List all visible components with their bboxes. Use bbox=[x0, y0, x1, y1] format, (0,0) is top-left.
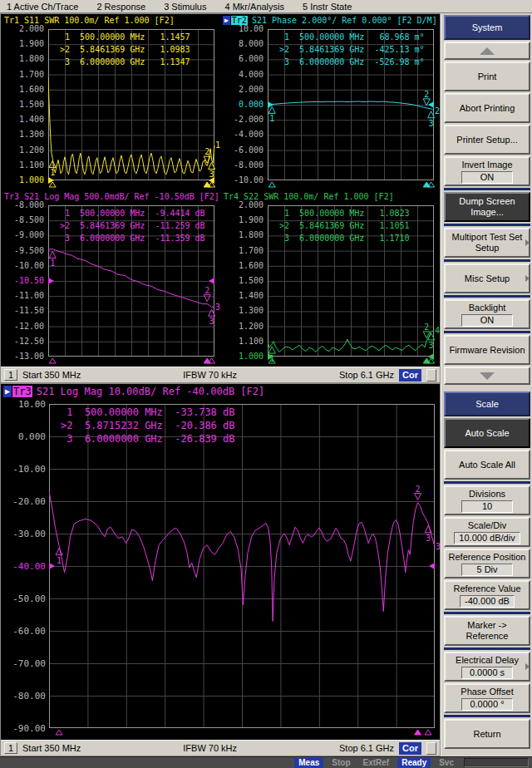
softkey-separator bbox=[444, 224, 530, 226]
up-arrow-icon bbox=[480, 47, 495, 55]
svg-text:3: 3 bbox=[429, 341, 434, 350]
softkey-dump-screen-image[interactable]: Dump Screen Image... bbox=[444, 192, 530, 222]
softkey-auto-scale-all[interactable]: Auto Scale All bbox=[444, 450, 530, 480]
menu-item-1-active-ch-trace[interactable]: 1 Active Ch/Trace bbox=[7, 2, 78, 12]
channel1-status-bar: 1 Start 350 MHz IFBW 70 kHz Stop 6.1 GHz… bbox=[1, 367, 440, 382]
softkey-label: Reference Value bbox=[453, 583, 520, 594]
y-axis-label: -13.00 bbox=[2, 352, 44, 361]
scroll-down-button[interactable] bbox=[444, 367, 530, 385]
submenu-arrow-icon bbox=[525, 239, 530, 246]
svg-text:1: 1 bbox=[269, 114, 274, 123]
svg-text:1: 1 bbox=[57, 556, 62, 565]
instrument-state-extref: ExtRef bbox=[359, 758, 394, 768]
softkey-value: 0.0000 ° bbox=[461, 698, 513, 711]
softkey-print[interactable]: Print bbox=[444, 62, 530, 91]
menu-item-3-stimulus[interactable]: 3 Stimulus bbox=[164, 2, 206, 12]
instrument-state-ready: Ready bbox=[397, 758, 431, 768]
softkey-invert-image[interactable]: Invert ImageON bbox=[444, 156, 530, 186]
softkey-value: ON bbox=[461, 314, 513, 327]
graticule: 3123 bbox=[49, 404, 441, 736]
y-axis-label: 1.700 bbox=[2, 70, 44, 79]
y-axis-label: 1.700 bbox=[222, 246, 264, 255]
menu-bar: 1 Active Ch/Trace2 Response3 Stimulus4 M… bbox=[0, 0, 532, 13]
softkey-value: 10.000 dB/div bbox=[454, 532, 520, 544]
softkey-separator bbox=[444, 295, 530, 298]
y-axis-label: 10.00 bbox=[2, 399, 46, 410]
channel-number-box: 1 bbox=[4, 742, 17, 754]
softkey-label: Electrical Delay bbox=[456, 655, 519, 666]
softkey-backlight[interactable]: BacklightON bbox=[444, 299, 530, 329]
softkey-phase-offset[interactable]: Phase Offset0.0000 ° bbox=[444, 683, 530, 713]
svg-text:2: 2 bbox=[416, 485, 421, 494]
svg-text:2: 2 bbox=[424, 90, 429, 99]
softkey-section-system[interactable]: System bbox=[444, 15, 530, 40]
start-frequency: Start 350 MHz bbox=[22, 370, 81, 380]
y-axis-label: -8.000 bbox=[2, 200, 44, 209]
softkey-abort-printing[interactable]: Abort Printing bbox=[444, 93, 530, 123]
y-axis-label: 1.200 bbox=[222, 322, 264, 331]
softkey-auto-scale[interactable]: Auto Scale bbox=[444, 418, 530, 448]
ifbw-label: IFBW 70 kHz bbox=[183, 743, 237, 753]
y-axis-label: 10.00 bbox=[222, 24, 264, 33]
y-axis-label: -10.00 bbox=[2, 464, 46, 475]
softkey-label: Abort Printing bbox=[460, 103, 515, 114]
svg-text:2: 2 bbox=[424, 322, 429, 332]
softkey-label: Auto Scale bbox=[465, 428, 509, 439]
panel-tr2: ▶Tr2S21 Phase 2.000°/ Ref 0.000° [F2 D/M… bbox=[220, 14, 440, 190]
menu-item-2-response[interactable]: 2 Response bbox=[96, 2, 145, 12]
y-axis-label: 1.600 bbox=[222, 261, 264, 270]
softkey-reference-position[interactable]: Reference Position5 Div bbox=[444, 549, 530, 578]
softkey-electrical-delay[interactable]: Electrical Delay0.0000 s bbox=[444, 652, 530, 682]
y-axis-label: -20.00 bbox=[2, 496, 46, 507]
y-axis-label: 1.500 bbox=[222, 276, 264, 285]
y-axis-label: 2.000 bbox=[2, 24, 44, 33]
softkey-divisions[interactable]: Divisions10 bbox=[444, 485, 530, 515]
start-frequency: Start 350 MHz bbox=[22, 743, 81, 753]
svg-text:2: 2 bbox=[435, 106, 440, 116]
y-axis-label: 1.300 bbox=[2, 130, 44, 139]
trace-header-ch2: ▶Tr3S21 Log Mag 10.00dB/ Ref -40.00dB [F… bbox=[1, 384, 440, 399]
panel-tr3: ▶Tr3S21 Log Mag 500.0mdB/ Ref -10.50dB [… bbox=[1, 190, 220, 367]
y-axis-label: -4.000 bbox=[222, 130, 264, 139]
svg-text:3: 3 bbox=[209, 170, 214, 179]
y-axis-label: -90.00 bbox=[2, 723, 46, 734]
marker-readout: 1 500.00000 MHz 1.1457 >2 5.8461369 GHz … bbox=[60, 31, 190, 68]
y-axis-label: -9.500 bbox=[2, 246, 44, 255]
softkey-label: Return bbox=[473, 729, 500, 740]
panel-tr1: ▶Tr1S11 SWR 100.0m/ Ref 1.000 [F2] 2.000… bbox=[1, 14, 220, 190]
softkey-scale-div[interactable]: Scale/Div10.000 dB/div bbox=[444, 517, 530, 547]
correction-badge: Cor bbox=[399, 369, 421, 382]
svg-text:3: 3 bbox=[429, 119, 434, 128]
softkey-reference-value[interactable]: Reference Value-40.000 dB bbox=[444, 580, 530, 610]
menu-item-4-mkr-analysis[interactable]: 4 Mkr/Analysis bbox=[224, 2, 284, 12]
y-axis-label: 1.400 bbox=[222, 291, 264, 300]
y-axis-label: -11.50 bbox=[2, 306, 44, 315]
channel1-window: ▶Tr1S11 SWR 100.0m/ Ref 1.000 [F2] 2.000… bbox=[0, 13, 441, 383]
softkey-label: Misc Setup bbox=[465, 273, 510, 284]
marker-readout: 1 500.00000 MHz 1.0823 >2 5.8461369 GHz … bbox=[279, 207, 410, 244]
active-trace-arrow-icon: ▶ bbox=[223, 16, 230, 25]
marker-readout: 1 500.00000 MHz -33.738 dB >2 5.8715232 … bbox=[61, 406, 235, 446]
softkey-printer-setup[interactable]: Printer Setup... bbox=[444, 125, 530, 155]
marker-readout: 1 500.00000 MHz 68.968 m° >2 5.8461369 G… bbox=[279, 31, 425, 68]
active-trace-arrow-icon: ▶ bbox=[3, 386, 12, 397]
softkey-multiport-test-set-setup[interactable]: Multiport Test Set Setup bbox=[444, 228, 530, 258]
softkey-firmware-revision[interactable]: Firmware Revision bbox=[444, 335, 530, 365]
svg-text:3: 3 bbox=[426, 534, 431, 543]
scroll-up-button[interactable] bbox=[444, 42, 530, 60]
instrument-state-meas: Meas bbox=[294, 758, 323, 768]
softkey-label: Phase Offset bbox=[461, 687, 513, 697]
y-axis-label: 1.100 bbox=[222, 337, 264, 346]
softkey-return[interactable]: Return bbox=[444, 719, 530, 749]
y-axis-label: 1.800 bbox=[222, 230, 264, 239]
softkey-misc-setup[interactable]: Misc Setup bbox=[444, 263, 530, 293]
softkey-label: Reference Position bbox=[449, 552, 526, 563]
softkey-label: Marker -> Reference bbox=[448, 620, 526, 642]
menu-item-5-instr-state[interactable]: 5 Instr State bbox=[303, 2, 352, 12]
softkey-marker-reference[interactable]: Marker -> Reference bbox=[444, 616, 530, 646]
y-axis-label: -12.50 bbox=[2, 337, 44, 346]
softkey-section-scale[interactable]: Scale bbox=[444, 391, 530, 416]
y-axis-label: -70.00 bbox=[2, 658, 46, 669]
channel2-window: ▶Tr3S21 Log Mag 10.00dB/ Ref -40.00dB [F… bbox=[0, 383, 441, 756]
softkey-value: 0.0000 s bbox=[461, 667, 513, 679]
